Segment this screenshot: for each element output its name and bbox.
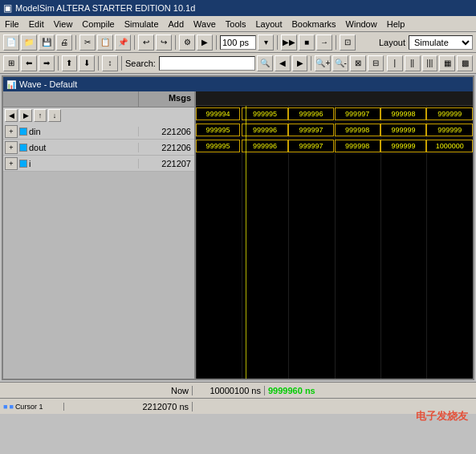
new-button[interactable]: 📄 [3,34,19,51]
search-next[interactable]: ▶ [292,55,308,71]
signal-row-dout[interactable]: + dout 221206 [3,140,194,156]
sep2 [134,35,135,50]
cut-button[interactable]: ✂ [79,34,96,51]
dout-seg-0: 999995 [196,124,240,136]
menu-bookmarks[interactable]: Bookmarks [287,18,341,30]
cursor-btn1[interactable]: | [387,55,403,71]
menu-tools[interactable]: Tools [221,18,251,30]
signal-panel: Msgs ◀ ▶ ↑ ↓ + din 221206 + [3,91,196,379]
cursor-line [246,106,246,379]
wave-btn2[interactable]: ⬅ [21,55,37,71]
menu-layout[interactable]: Layout [251,18,287,30]
sep4 [216,35,217,50]
din-seg-3: 999997 [335,107,380,120]
sig-tb-btn1[interactable]: ◀ [5,109,18,122]
cursor-icon2: ■ [9,403,13,411]
wave-btn1[interactable]: ⊞ [3,55,19,71]
signal-rows: + din 221206 + dout 221206 + i 22 [3,124,194,379]
toolbar-row1: 📄 📁 💾 🖨 ✂ 📋 📌 ↩ ↪ ⚙ ▶ ▾ ▶▶ ■ → ⊡ Layout … [0,32,476,53]
zoom-in[interactable]: 🔍+ [315,55,331,71]
layout-select[interactable]: Simulate Debug [409,35,473,50]
search-label: Search: [125,59,156,68]
zoom-fit-button[interactable]: ⊡ [340,34,356,51]
cursor-btn2[interactable]: || [405,55,421,71]
signal-col-name [3,91,138,107]
menu-wave[interactable]: Wave [189,18,221,30]
sig-tb-btn3[interactable]: ↑ [34,109,47,122]
zoom-full[interactable]: ⊠ [350,55,366,71]
menu-bar: File Edit View Compile Simulate Add Wave… [0,16,476,32]
sig-tb-btn4[interactable]: ↓ [48,109,61,122]
expand-din[interactable]: + [5,125,18,138]
sep9 [121,56,122,71]
search-input[interactable] [159,56,255,71]
time-unit-btn[interactable]: ▾ [258,34,274,51]
color-i [19,160,27,168]
sep8 [98,56,99,71]
expand-dout[interactable]: + [5,141,18,154]
status-time-marker: 9999960 ns [265,386,476,395]
menu-file[interactable]: File [0,18,24,30]
paste-button[interactable]: 📌 [115,34,131,51]
menu-view[interactable]: View [49,18,78,30]
run-button[interactable]: ▶▶ [281,34,297,51]
wave-btn4[interactable]: ⬆ [62,55,78,71]
search-prev[interactable]: ◀ [275,55,291,71]
menu-simulate[interactable]: Simulate [120,18,164,30]
redo-button[interactable]: ↪ [156,34,172,51]
time-input[interactable] [220,35,256,50]
print-button[interactable]: 🖨 [56,34,72,51]
copy-button[interactable]: 📋 [97,34,113,51]
expand-i[interactable]: + [5,157,18,170]
cursor-bar: ■ ■ Cursor 1 2212070 ns [0,398,476,414]
stop-button[interactable]: ■ [299,34,315,51]
menu-window[interactable]: Window [341,18,382,30]
undo-button[interactable]: ↩ [138,34,154,51]
dout-seg-1: 999996 [242,124,287,136]
dout-seg-4: 999999 [380,124,426,136]
title-bar: ▣ ModelSim ALTERA STARTER EDITION 10.1d [0,0,476,16]
wave-btn3[interactable]: ➡ [39,55,55,71]
menu-compile[interactable]: Compile [77,18,119,30]
search-go[interactable]: 🔍 [257,55,273,71]
label-dout: dout [29,143,138,152]
signal-header: Msgs [3,91,194,107]
sim-button[interactable]: ▶ [197,34,213,51]
menu-add[interactable]: Add [164,18,189,30]
wave-content: Msgs ◀ ▶ ↑ ↓ + din 221206 + [3,91,473,379]
signal-empty-area [3,172,194,379]
menu-edit[interactable]: Edit [24,18,49,30]
open-button[interactable]: 📁 [21,34,37,51]
dout-seg-5: 999999 [426,124,473,136]
cursor-btn4[interactable]: ▦ [439,55,455,71]
status-now-label: Now [0,386,193,395]
app-icon: ▣ [3,2,12,14]
sig-tb-btn2[interactable]: ▶ [19,109,32,122]
cursor-btn3[interactable]: ||| [422,55,438,71]
layout-label: Layout [379,38,405,47]
value-din: 221206 [138,127,194,136]
status-bar: Now 10000100 ns 9999960 ns [0,382,476,398]
save-button[interactable]: 💾 [39,34,55,51]
wave-row-dout: 999995 999996 999997 999998 999999 99999… [196,122,473,138]
cursor-btn5[interactable]: ▩ [457,55,473,71]
signal-row-din[interactable]: + din 221206 [3,124,194,140]
dout-seg-3: 999998 [335,124,380,136]
wave-btn6[interactable]: ↕ [102,55,118,71]
din-seg-4: 999998 [380,107,426,120]
color-din [19,128,27,136]
zoom-sel[interactable]: ⊟ [368,55,384,71]
i-seg-5: 1000000 [426,140,473,152]
zoom-out[interactable]: 🔍- [332,55,348,71]
cursor-label: Cursor 1 [15,403,43,411]
compile-button[interactable]: ⚙ [179,34,195,51]
signal-row-i[interactable]: + i 221207 [3,156,194,172]
sep1 [75,35,76,50]
menu-help[interactable]: Help [382,18,410,30]
din-seg-0: 999994 [196,107,240,120]
step-button[interactable]: → [316,34,332,51]
din-seg-5: 999999 [426,107,473,120]
wave-btn5[interactable]: ⬇ [79,55,95,71]
value-i: 221207 [138,159,194,168]
wave-titlebar: 📊 Wave - Default [3,77,473,91]
